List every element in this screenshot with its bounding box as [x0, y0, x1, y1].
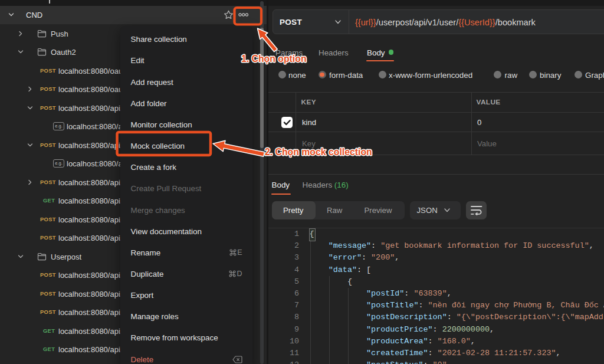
- svg-text:2. Chọn mock collection: 2. Chọn mock collection: [265, 147, 372, 157]
